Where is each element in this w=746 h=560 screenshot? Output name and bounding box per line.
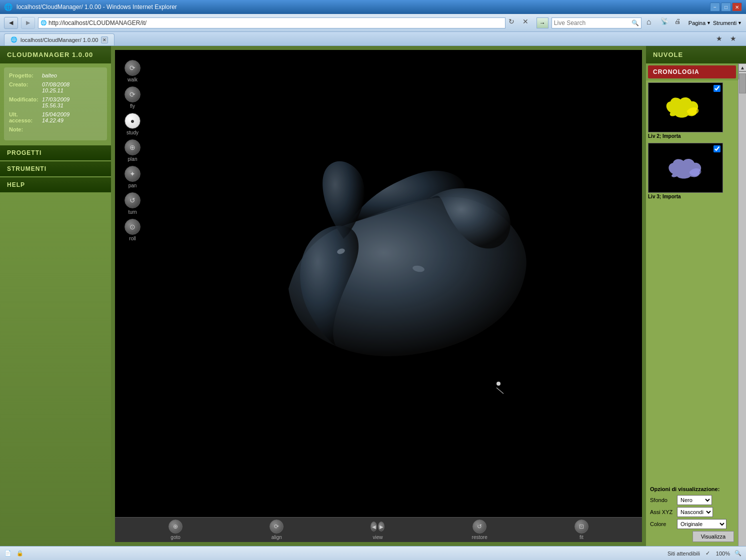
last-access-row: Ult.accesso: 15/04/200914.22.49 [9,111,102,123]
cloud-label-2-action[interactable]: Importa [662,194,681,199]
cloud-checkbox-2[interactable] [714,145,720,152]
assi-row: Assi XYZ Nascondi Mostra [650,507,734,517]
scrollbar-up-button[interactable]: ▲ [738,63,746,71]
align-icon: ⟳ [270,520,284,534]
3d-model-svg [248,114,538,454]
restore-button[interactable]: □ [721,2,731,11]
trusted-sites-label: Siti attendibili [668,551,700,557]
sfondo-label: Sfondo [650,497,675,503]
feeds-button[interactable]: 📡 [660,17,672,28]
view-control[interactable]: ◀ ▶ view [370,520,384,540]
cloud-label-1-num: Liv 2; [648,133,661,139]
go-button[interactable]: → [536,17,548,28]
tab-close-button[interactable]: ✕ [101,36,108,43]
scrollbar-thumb[interactable] [739,73,746,93]
fly-icon: ⟳ [124,86,140,102]
page-button[interactable]: Pagina ▼ [688,20,711,26]
roll-button[interactable]: ⊙ roll [124,219,140,241]
right-panel-content: CRONOLOGIA Liv 2; [646,63,738,546]
pan-button[interactable]: ✦ pan [124,166,140,188]
visualizza-button[interactable]: Visualizza [692,531,734,542]
walk-button[interactable]: ⟳ walk [124,60,140,82]
assi-select[interactable]: Nascondi Mostra [677,507,713,517]
viewport-controls: ⟳ walk ⟳ fly ● study ⊕ plan [115,50,150,487]
colore-select[interactable]: Originale Personalizzato [677,519,726,529]
live-search-input[interactable] [554,19,632,26]
print-button[interactable]: 🖨 [674,17,686,28]
page-label: Pagina [688,20,706,26]
right-panel-inner: CRONOLOGIA Liv 2; [646,63,746,546]
viewport-container: ⟳ walk ⟳ fly ● study ⊕ plan [111,46,646,546]
viewport-inner: ⟳ walk ⟳ fly ● study ⊕ plan [115,50,642,517]
back-button[interactable]: ◀ [4,17,18,29]
search-icon[interactable]: 🔍 [632,19,639,26]
zoom-icon: 🔍 [734,550,742,558]
browser-tab[interactable]: 🌐 localhost/CloudManager/ 1.0.00 ✕ [4,33,114,45]
view-arrows-icon: ◀ ▶ [370,520,384,534]
last-access-value: 15/04/200914.22.49 [42,111,70,123]
last-access-label: Ult.accesso: [9,111,39,123]
tab-label: localhost/CloudManager/ 1.0.00 [20,37,98,43]
sidebar-item-help[interactable]: HELP [0,177,111,192]
align-button[interactable]: ⟳ align [270,520,284,540]
roll-icon: ⊙ [124,219,140,235]
cloud-label-1-action[interactable]: Importa [662,133,681,139]
fit-label: fit [580,535,584,540]
study-icon: ● [124,113,140,129]
sfondo-row: Sfondo Nero Bianco Grigio [650,495,734,505]
window-controls: − □ ✕ [710,2,742,11]
cloud-preview-1-svg [660,92,710,122]
notes-row: Note: [9,126,102,132]
notes-label: Note: [9,126,39,132]
cloud-label-2: Liv 3; Importa [648,193,736,200]
home-button[interactable]: ⌂ [646,17,658,28]
statusbar-lock-icon: 🔒 [16,550,24,558]
refresh-button[interactable]: ↻ [508,17,520,28]
sidebar-item-strumenti[interactable]: STRUMENTI [0,161,111,176]
minimize-button[interactable]: − [710,2,720,11]
viewport[interactable]: ⟳ walk ⟳ fly ● study ⊕ plan [115,50,642,542]
svg-line-3 [496,388,504,394]
zoom-label: 100% [716,551,730,557]
project-info-box: Progetto: balteo Creato: 07/08/200810.25… [4,67,107,140]
study-button[interactable]: ● study [124,113,140,135]
statusbar-right: Siti attendibili ✓ 100% 🔍 [668,550,742,558]
fit-button[interactable]: ⊡ fit [574,520,588,540]
statusbar: 📄 🔒 Siti attendibili ✓ 100% 🔍 [0,546,746,560]
plan-button[interactable]: ⊕ plan [124,139,140,162]
goto-button[interactable]: ⊕ goto [168,520,182,540]
favorites-view-button[interactable]: ★ [730,34,742,45]
tools-button[interactable]: Strumenti ▼ [713,20,742,26]
align-label: align [272,535,282,540]
favorites-add-button[interactable]: ★ [716,34,728,45]
turn-button[interactable]: ↺ turn [124,192,140,215]
cloud-label-2-num: Liv 3; [648,194,661,199]
stop-button[interactable]: ✕ [522,17,534,28]
cloud-checkbox-1[interactable] [714,85,720,92]
right-panel: NUVOLE CRONOLOGIA [646,46,746,546]
view-prev-icon: ◀ [370,522,377,532]
restore-button[interactable]: ↺ restore [472,520,488,540]
cloud-item-1: Liv 2; Importa [648,82,736,140]
sidebar-item-progetti[interactable]: PROGETTI [0,145,111,160]
address-bar[interactable]: 🌐 http://localhost/CLOUDMANAGER/it/ [38,17,506,28]
browser-titlebar: 🌐 localhost/CloudManager/ 1.0.00 - Windo… [0,0,746,14]
close-button[interactable]: ✕ [732,2,742,11]
live-search-box[interactable]: 🔍 [552,17,642,28]
viz-options-title: Opzioni di visualizzazione: [650,486,734,492]
project-row: Progetto: balteo [9,72,102,78]
created-row: Creato: 07/08/200810.25.11 [9,81,102,93]
statusbar-page-icon: 📄 [4,550,12,558]
browser-title: localhost/CloudManager/ 1.0.00 - Windows… [16,3,710,10]
tools-chevron-icon: ▼ [738,20,742,25]
fly-button[interactable]: ⟳ fly [124,86,140,109]
created-value: 07/08/200810.25.11 [42,81,70,93]
forward-button[interactable]: ▶ [21,17,35,29]
study-label: study [126,130,138,135]
sfondo-select[interactable]: Nero Bianco Grigio [677,495,712,505]
modified-row: Modificato: 17/03/200915.56.31 [9,96,102,108]
modified-label: Modificato: [9,96,39,108]
viz-options: Opzioni di visualizzazione: Sfondo Nero … [646,482,738,546]
fly-label: fly [130,103,135,109]
nuvole-title: NUVOLE [646,46,746,63]
